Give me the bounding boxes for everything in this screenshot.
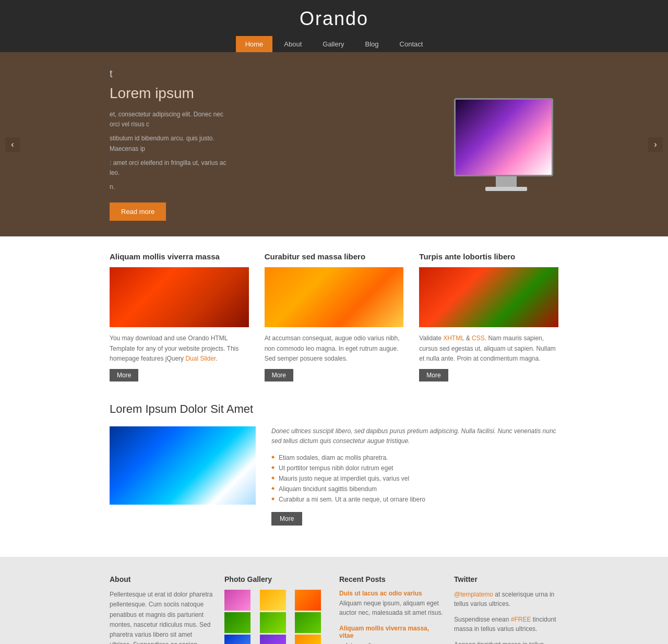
twitter-text-3: Aenean tincidunt massa in tellus varius … (454, 640, 558, 644)
recent-post-2: Aliquam mollis viverra massa, vitae pulv… (339, 625, 444, 644)
featured-heading: Lorem Ipsum Dolor Sit Amet (110, 402, 558, 416)
monitor-stand (496, 176, 517, 187)
col3-image (419, 267, 558, 327)
twitter-entry-1: @templatemo at scelerisque urna in tellu… (454, 590, 558, 609)
list-item: Ut porttitor tempus nibh dolor rutrum eg… (271, 463, 558, 473)
col2-title: Curabitur sed massa libero (265, 252, 404, 261)
hero-para3: : amet orci eleifend in fringilla ut, va… (110, 158, 235, 178)
gallery-thumb-5[interactable] (260, 612, 286, 633)
footer-columns: About Pellentesque ut erat id dolor phar… (110, 575, 558, 644)
col2-image (265, 267, 404, 327)
recent-post-2-text: pulvinar odio accumsan. (339, 641, 444, 644)
col-peppers: Aliquam mollis viverra massa You may dow… (110, 252, 249, 381)
gallery-grid (224, 590, 329, 644)
hero-para2: stibulum id bibendum arcu. quis justo. M… (110, 134, 235, 153)
hero-slider: ‹ t Lorem ipsum et, consectetur adipisci… (0, 52, 668, 236)
footer-twitter: Twitter @templatemo at scelerisque urna … (454, 575, 558, 644)
col2-more-button[interactable]: More (265, 369, 293, 381)
col3-more-button[interactable]: More (419, 369, 448, 381)
xhtml-link[interactable]: XHTML (443, 335, 464, 342)
nav-home[interactable]: Home (236, 36, 273, 52)
twitter-handle-1[interactable]: @templatemo (454, 591, 493, 598)
slider-next-button[interactable]: › (648, 137, 663, 152)
footer-gallery-heading: Photo Gallery (224, 575, 329, 583)
featured-content: Donec ultrices suscipit libero, sed dapi… (271, 426, 558, 526)
list-item: Etiam sodales, diam ac mollis pharetra. (271, 452, 558, 463)
read-more-button[interactable]: Read more (110, 202, 166, 221)
three-columns: Aliquam mollis viverra massa You may dow… (110, 252, 558, 381)
nav-gallery[interactable]: Gallery (313, 36, 353, 52)
col3-text: Validate XHTML & CSS. Nam mauris sapien,… (419, 333, 558, 364)
gallery-thumb-4[interactable] (224, 612, 250, 633)
footer-about-text: Pellentesque ut erat id dolor pharetra p… (110, 590, 214, 644)
site-title: Orando (0, 8, 668, 30)
recent-post-2-link[interactable]: Aliquam mollis viverra massa, vitae (339, 625, 444, 639)
col1-text: You may download and use Orando HTML Tem… (110, 333, 249, 364)
recent-post-1-text: Aliquam neque ipsum, aliquam eget auctor… (339, 599, 444, 617)
monitor-screen (456, 100, 552, 175)
recent-post-1: Duis ut lacus ac odio varius Aliquam neq… (339, 590, 444, 617)
twitter-entry-2: Suspendisse enean #FREE tincidunt massa … (454, 615, 558, 634)
recent-post-1-link[interactable]: Duis ut lacus ac odio varius (339, 590, 444, 597)
twitter-entry-3: Aenean tincidunt massa in tellus varius … (454, 640, 558, 644)
gallery-thumb-6[interactable] (295, 612, 321, 633)
monitor-base (485, 187, 527, 191)
featured-section: Donec ultrices suscipit libero, sed dapi… (110, 426, 558, 526)
header: Orando Home About Gallery Blog Contact (0, 0, 668, 52)
monitor-display (454, 98, 553, 176)
list-item: Aliquam tincidunt sagittis bibendum (271, 484, 558, 494)
twitter-text-1: @templatemo at scelerisque urna in tellu… (454, 590, 558, 609)
featured-image (110, 426, 256, 505)
col2-text: At accumsan consequat, augue odio varius… (265, 333, 404, 364)
main-content: Aliquam mollis viverra massa You may dow… (0, 236, 668, 557)
footer-recent-heading: Recent Posts (339, 575, 444, 583)
footer-recent-posts: Recent Posts Duis ut lacus ac odio variu… (339, 575, 444, 644)
hero-para4: n. (110, 182, 235, 192)
hero-content: t Lorem ipsum et, consectetur adipiscing… (110, 52, 558, 236)
footer: About Pellentesque ut erat id dolor phar… (0, 557, 668, 644)
hero-para1: et, consectetur adipiscing elit. Donec n… (110, 110, 235, 129)
twitter-text-2: Suspendisse enean #FREE tincidunt massa … (454, 615, 558, 634)
slider-prev-button[interactable]: ‹ (5, 137, 20, 152)
main-container: Aliquam mollis viverra massa You may dow… (110, 252, 558, 526)
gallery-thumb-3[interactable] (295, 590, 321, 611)
col3-title: Turpis ante lobortis libero (419, 252, 558, 261)
featured-list: Etiam sodales, diam ac mollis pharetra. … (271, 452, 558, 505)
nav-contact[interactable]: Contact (390, 36, 433, 52)
featured-intro: Donec ultrices suscipit libero, sed dapi… (271, 426, 558, 446)
footer-about: About Pellentesque ut erat id dolor phar… (110, 575, 214, 644)
hero-small-label: t (110, 68, 444, 80)
gallery-thumb-7[interactable] (224, 635, 250, 644)
col1-title: Aliquam mollis viverra massa (110, 252, 249, 261)
col1-more-button[interactable]: More (110, 369, 138, 381)
hero-text: t Lorem ipsum et, consectetur adipiscing… (110, 68, 454, 221)
col-tomatoes: Turpis ante lobortis libero Validate XHT… (419, 252, 558, 381)
gallery-thumb-1[interactable] (224, 590, 250, 611)
gallery-thumb-9[interactable] (295, 635, 321, 644)
col-oranges: Curabitur sed massa libero At accumsan c… (265, 252, 404, 381)
main-nav: Home About Gallery Blog Contact (0, 36, 668, 52)
featured-more-button[interactable]: More (271, 512, 302, 526)
footer-gallery: Photo Gallery more (224, 575, 329, 644)
hero-image (454, 98, 558, 191)
gallery-thumb-8[interactable] (260, 635, 286, 644)
list-item: Mauris justo neque at imperdiet quis, va… (271, 473, 558, 484)
list-item: Curabitur a mi sem. Ut a ante neque, ut … (271, 494, 558, 505)
nav-about[interactable]: About (275, 36, 311, 52)
twitter-hash-2: #FREE (511, 616, 531, 623)
col1-image (110, 267, 249, 327)
footer-about-heading: About (110, 575, 214, 583)
dual-slider-link[interactable]: Dual Slider (185, 355, 216, 362)
hero-title: Lorem ipsum (110, 85, 444, 102)
gallery-thumb-2[interactable] (260, 590, 286, 611)
footer-twitter-heading: Twitter (454, 575, 558, 583)
nav-blog[interactable]: Blog (356, 36, 388, 52)
css-link[interactable]: CSS (472, 335, 485, 342)
